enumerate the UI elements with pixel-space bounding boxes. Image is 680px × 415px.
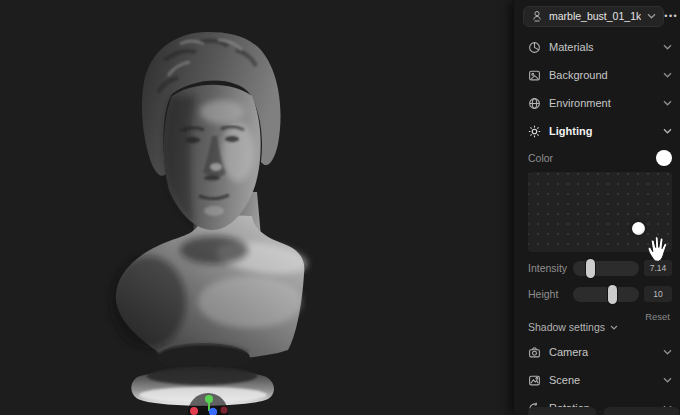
rotation-button-left[interactable]	[528, 407, 596, 415]
reset-button[interactable]: Reset	[645, 311, 670, 322]
section-list: Materials Background Envir	[514, 33, 680, 415]
section-label: Camera	[549, 346, 588, 358]
sidebar-header: marble_bust_01_1k •••	[523, 5, 674, 27]
intensity-value[interactable]: 7.14	[644, 260, 672, 276]
section-camera[interactable]: Camera	[528, 338, 672, 366]
settings-sidebar: marble_bust_01_1k ••• Materials	[513, 0, 680, 415]
section-label: Background	[549, 69, 608, 81]
lower-sections: Camera Scene	[514, 338, 680, 415]
light-color-row: Color	[528, 146, 672, 170]
shadow-settings-label: Shadow settings	[528, 321, 605, 333]
chevron-down-icon	[663, 128, 672, 134]
section-scene[interactable]: Scene	[528, 366, 672, 394]
section-label: Materials	[549, 41, 594, 53]
shadow-settings-toggle[interactable]: Shadow settings	[528, 320, 672, 334]
image-icon	[528, 69, 541, 82]
model-bust-icon	[531, 10, 543, 22]
rotation-button-right[interactable]	[604, 407, 679, 415]
intensity-slider[interactable]	[573, 261, 639, 276]
section-lighting[interactable]: Lighting	[528, 117, 672, 145]
section-label: Environment	[549, 97, 611, 109]
chevron-down-icon	[663, 377, 672, 383]
globe-icon	[528, 97, 541, 110]
viewport-3d[interactable]	[0, 0, 513, 415]
section-label: Lighting	[549, 125, 592, 137]
height-value[interactable]: 10	[644, 286, 672, 302]
sun-icon	[528, 125, 541, 138]
more-options-icon[interactable]: •••	[664, 11, 678, 21]
section-materials[interactable]: Materials	[528, 33, 672, 61]
model-selector[interactable]: marble_bust_01_1k	[523, 6, 664, 27]
chevron-down-icon	[663, 44, 672, 50]
light-position-ball[interactable]	[632, 222, 645, 235]
intensity-row: Intensity 7.14	[528, 258, 672, 278]
light-color-swatch[interactable]	[656, 150, 672, 166]
section-environment[interactable]: Environment	[528, 89, 672, 117]
gizmo-x-neg-dot	[221, 407, 228, 414]
marble-bust-model	[0, 0, 513, 415]
axis-gizmo[interactable]	[182, 392, 234, 415]
chevron-down-icon	[663, 72, 672, 78]
chevron-down-icon	[647, 13, 656, 19]
height-row: Height 10	[528, 284, 672, 304]
gizmo-y-axis-dot	[205, 395, 213, 403]
reset-row: Reset	[514, 306, 670, 316]
height-slider[interactable]	[573, 287, 639, 302]
light-position-pad[interactable]	[528, 172, 672, 252]
height-slider-thumb[interactable]	[608, 285, 617, 304]
color-label: Color	[528, 152, 553, 164]
camera-icon	[528, 346, 541, 359]
intensity-label: Intensity	[528, 262, 573, 274]
intensity-slider-thumb[interactable]	[586, 259, 595, 278]
section-label: Scene	[549, 374, 580, 386]
chevron-down-icon	[663, 349, 672, 355]
model-name: marble_bust_01_1k	[549, 10, 641, 22]
lighting-panel: Color Intensity 7.14 Height	[514, 146, 680, 334]
gizmo-x-axis-dot	[190, 407, 198, 415]
chevron-down-icon	[610, 325, 618, 330]
height-label: Height	[528, 288, 573, 300]
mountains-icon	[528, 374, 541, 387]
material-sphere-icon	[528, 41, 541, 54]
section-background[interactable]: Background	[528, 61, 672, 89]
chevron-down-icon	[663, 100, 672, 106]
